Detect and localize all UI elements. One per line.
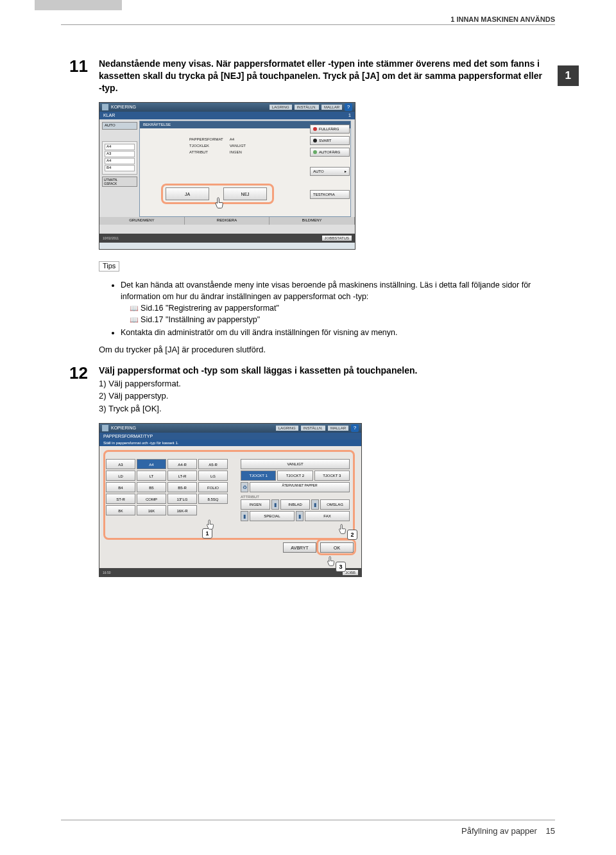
property-block: PAPPERSFORMATA4 TJOCKLEKVANLIGT ATTRIBUT…	[188, 136, 252, 157]
substep-1: 1) Välj pappersformat.	[99, 378, 547, 390]
attr-ingen[interactable]: INGEN	[241, 499, 270, 510]
paper-size-grid: A3 A4 A4-R A5-R LD LT LT-R LG B4 B5	[106, 459, 234, 517]
header-accent-bar	[35, 0, 122, 10]
fax-icon: ▮	[296, 511, 304, 521]
auto-label[interactable]: AUTO	[102, 122, 137, 130]
size-16k[interactable]: 16K	[137, 505, 166, 515]
attr-omslag[interactable]: OMSLAG	[320, 499, 350, 510]
shot2-tab-mallar[interactable]: MALLAR	[328, 426, 348, 431]
size-8k[interactable]: 8K	[106, 505, 135, 515]
rbtn-fullfarg[interactable]: FULLFÄRG	[310, 125, 350, 134]
size-str[interactable]: ST-R	[106, 494, 135, 504]
shot2-topbar: KOPIERING LAGRING INSTÄLLN. MALLAR ?	[99, 424, 361, 433]
shot2-footer: 16:50 JOBB	[99, 568, 361, 577]
shot2-title: KOPIERING	[111, 426, 136, 430]
attr-inblad[interactable]: INBLAD	[280, 499, 310, 510]
output-tray[interactable]: UTMATN. GSFACK	[102, 177, 137, 187]
size-a5r[interactable]: A5-R	[198, 459, 228, 469]
size-a4[interactable]: A4	[137, 459, 166, 469]
procedure-note: Om du trycker på [JA] är proceduren slut…	[99, 345, 547, 354]
shot1-right-buttons: FULLFÄRG SVART AUTOFÄRG AUTO▸ TESTKOPIA	[310, 125, 350, 202]
size-16kr[interactable]: 16K-R	[167, 505, 197, 515]
type-tjockt3[interactable]: TJOCKT 3	[314, 471, 350, 481]
tray-a3[interactable]: A3	[105, 151, 135, 157]
shot1-topbar: KOPIERING LAGRING INSTÄLLN. MALLAR ?	[99, 103, 355, 112]
rbtn-testkopia[interactable]: TESTKOPIA	[310, 190, 350, 199]
ok-button[interactable]: OK	[320, 542, 354, 553]
type-tjockt2[interactable]: TJOCKT 2	[277, 471, 312, 481]
size-comp[interactable]: COMP	[137, 494, 166, 504]
recycle-icon: ♻	[241, 482, 248, 492]
screenshot-1: KOPIERING LAGRING INSTÄLLN. MALLAR ? KLA…	[99, 102, 355, 250]
tab-bildmeny[interactable]: BILDMENY	[270, 217, 355, 225]
inblad-icon: ▮	[271, 499, 279, 510]
step-11: 11 Nedanstående meny visas. När pappersf…	[69, 58, 547, 94]
footer-rule	[61, 820, 555, 820]
size-b5r[interactable]: B5-R	[167, 482, 197, 492]
shot2-body: A3 A4 A4-R A5-R LD LT LT-R LG B4 B5	[99, 446, 361, 568]
size-a4r[interactable]: A4-R	[167, 459, 197, 469]
shot2-banner: PAPPERSFORMAT/TYP	[99, 433, 361, 440]
callout-2: 2	[347, 530, 357, 540]
app-icon	[102, 425, 108, 431]
tab-grundmeny[interactable]: GRUNDMENY	[99, 217, 185, 225]
footer-date: 10/02/2011	[103, 236, 119, 240]
step-12-body: Välj pappersformat och -typ som skall lä…	[99, 365, 547, 415]
step-number-12: 12	[69, 365, 99, 415]
size-b4[interactable]: B4	[106, 482, 135, 492]
size-b5[interactable]: B5	[137, 482, 166, 492]
shot1-tab-lagring[interactable]: LAGRING	[270, 105, 292, 110]
status-text: KLAR	[103, 113, 115, 117]
shot1-bottom-tabs: GRUNDMENY REDIGERA BILDMENY	[99, 217, 355, 225]
size-85sq[interactable]: 8.5SQ	[198, 494, 228, 504]
hand-icon-2	[337, 523, 347, 536]
help-icon[interactable]: ?	[345, 103, 352, 111]
tray-a4b[interactable]: A4	[105, 158, 135, 164]
page-footer: Påfyllning av papper 15	[461, 826, 555, 836]
shot1-tab-mallar[interactable]: MALLAR	[321, 105, 342, 110]
size-13lg[interactable]: 13"LG	[167, 494, 197, 504]
shot2-action-buttons: AVBRYT OK	[283, 542, 354, 553]
rbtn-autofarg[interactable]: AUTOFÄRG	[310, 148, 350, 157]
status-count: 1	[348, 113, 351, 117]
callout-3: 3	[336, 562, 346, 572]
tray-a4[interactable]: A4	[105, 144, 135, 150]
type-vanligt[interactable]: VANLIGT	[241, 459, 350, 469]
tips-list: Det kan hända att ovanstående meny inte …	[108, 279, 547, 339]
dot-icon	[313, 127, 317, 131]
shot2-tab-install[interactable]: INSTÄLLN.	[301, 426, 325, 431]
size-lt[interactable]: LT	[137, 471, 166, 481]
size-folio[interactable]: FOLIO	[198, 482, 228, 492]
substep-3: 3) Tryck på [OK].	[99, 403, 547, 415]
nej-button[interactable]: NEJ	[223, 187, 267, 200]
paper-type-column: VANLIGT TJOCKT 1 TJOCKT 2 TJOCKT 3 ♻ ÅTE…	[241, 459, 350, 522]
jobstatus-button[interactable]: JOBBSTATUS	[322, 236, 352, 241]
help-icon[interactable]: ?	[351, 424, 359, 432]
size-ltr[interactable]: LT-R	[167, 471, 197, 481]
avbryt-button[interactable]: AVBRYT	[283, 542, 316, 553]
rbtn-svart[interactable]: SVART	[310, 136, 350, 145]
tab-redigera[interactable]: REDIGERA	[185, 217, 270, 225]
size-a3[interactable]: A3	[106, 459, 135, 469]
substep-2: 2) Välj papperstyp.	[99, 390, 547, 402]
shot2-tab-lagring[interactable]: LAGRING	[276, 426, 298, 431]
tray-b4[interactable]: B4	[105, 165, 135, 171]
footer-section: Påfyllning av papper	[461, 826, 537, 836]
attr-fax[interactable]: FAX	[305, 511, 350, 521]
shot1-tab-install[interactable]: INSTÄLLN.	[295, 105, 319, 110]
size-ld[interactable]: LD	[106, 471, 135, 481]
header-rule	[61, 24, 555, 25]
app-icon	[102, 104, 108, 110]
section-header: 1 INNAN MASKINEN ANVÄNDS	[450, 15, 555, 23]
tips-item-2: Kontakta din administratör om du vill än…	[121, 327, 547, 338]
hand-icon	[213, 196, 225, 211]
touchpanel-shot-1: KOPIERING LAGRING INSTÄLLN. MALLAR ? KLA…	[99, 102, 355, 250]
ja-button[interactable]: JA	[166, 187, 209, 200]
type-atervunnet[interactable]: ÅTERVUNNET PAPPER	[250, 482, 350, 492]
rbtn-auto[interactable]: AUTO▸	[310, 167, 350, 176]
size-lg[interactable]: LG	[198, 471, 228, 481]
step-11-body: Nedanstående meny visas. När pappersform…	[99, 58, 547, 94]
attr-special[interactable]: SPECIAL	[250, 511, 295, 521]
chapter-tab: 1	[558, 65, 579, 86]
type-tjockt1[interactable]: TJOCKT 1	[241, 471, 276, 481]
